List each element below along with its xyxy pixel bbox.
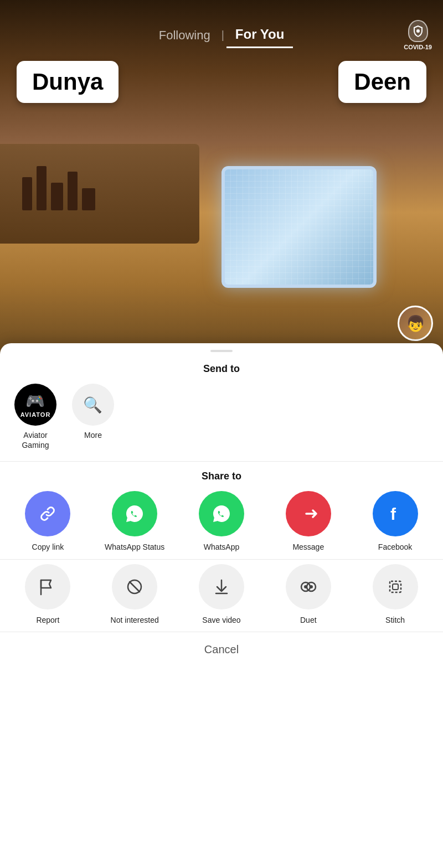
whatsapp-label: WhatsApp — [204, 542, 240, 552]
contact-aviator-gaming[interactable]: 🎮 AVIATOR AviatorGaming — [13, 384, 58, 450]
covid-label: COVID-19 — [404, 44, 432, 50]
svg-rect-12 — [393, 584, 398, 590]
message-icon-circle — [286, 491, 331, 536]
room-item — [37, 166, 47, 210]
action-save-video[interactable]: Save video — [183, 564, 260, 625]
send-to-title: Send to — [0, 356, 443, 379]
drag-handle — [210, 350, 233, 352]
cancel-button[interactable]: Cancel — [204, 643, 239, 655]
svg-point-0 — [416, 29, 420, 33]
action-stitch[interactable]: Stitch — [357, 564, 434, 625]
share-whatsapp[interactable]: WhatsApp — [183, 491, 260, 552]
not-interested-icon-circle — [112, 564, 157, 609]
svg-line-4 — [130, 582, 140, 592]
whatsapp-status-icon-circle — [112, 491, 157, 536]
contact-more[interactable]: 🔍 More — [71, 384, 115, 450]
video-section: Following | For You COVID-19 Dunya Deen … — [0, 0, 443, 354]
gamepad-icon: 🎮 — [25, 392, 45, 410]
share-to-title: Share to — [0, 464, 443, 487]
action-report[interactable]: Report — [9, 564, 86, 625]
share-message[interactable]: Message — [270, 491, 347, 552]
copy-link-icon-circle — [25, 491, 70, 536]
aviator-gaming-avatar: 🎮 AVIATOR — [14, 384, 56, 426]
nav-divider: | — [222, 29, 224, 42]
share-copy-link[interactable]: Copy link — [9, 491, 86, 552]
section-divider-1 — [0, 461, 443, 462]
video-badge-dunya: Dunya — [17, 61, 119, 103]
report-icon-circle — [25, 564, 70, 609]
save-video-label: Save video — [202, 615, 240, 625]
svg-text:f: f — [390, 505, 396, 523]
action-not-interested[interactable]: Not interested — [96, 564, 173, 625]
action-row: Report Not interested Save video — [0, 559, 443, 627]
stitch-label: Stitch — [385, 615, 405, 625]
svg-rect-11 — [390, 581, 401, 592]
whatsapp-status-label: WhatsApp Status — [105, 542, 164, 552]
search-icon: 🔍 — [83, 396, 103, 414]
more-avatar: 🔍 — [72, 384, 114, 426]
action-duet[interactable]: Duet — [270, 564, 347, 625]
creator-avatar[interactable]: 👦 — [398, 306, 433, 341]
aviator-gaming-label: AviatorGaming — [22, 430, 49, 450]
room-item — [68, 172, 78, 210]
nav-for-you[interactable]: For You — [226, 22, 293, 48]
report-label: Report — [36, 615, 59, 625]
save-video-icon-circle — [199, 564, 244, 609]
more-label: More — [84, 430, 102, 440]
copy-link-label: Copy link — [32, 542, 64, 552]
covid-badge[interactable]: COVID-19 — [404, 20, 432, 50]
covid-shield-icon — [408, 20, 428, 42]
share-facebook[interactable]: f Facebook — [357, 491, 434, 552]
stitch-icon-circle — [373, 564, 418, 609]
whatsapp-icon-circle — [199, 491, 244, 536]
cancel-bar: Cancel — [0, 632, 443, 667]
contacts-row: 🎮 AVIATOR AviatorGaming 🔍 More — [0, 379, 443, 459]
room-item — [22, 177, 32, 210]
video-badge-deen: Deen — [338, 61, 426, 103]
not-interested-label: Not interested — [111, 615, 159, 625]
room-box — [222, 166, 377, 288]
aviator-text: AVIATOR — [20, 411, 51, 418]
nav-following[interactable]: Following — [150, 24, 219, 47]
facebook-icon-circle: f — [373, 491, 418, 536]
svg-point-9 — [304, 585, 307, 588]
svg-point-10 — [310, 585, 313, 588]
duet-label: Duet — [300, 615, 317, 625]
duet-icon-circle — [286, 564, 331, 609]
share-whatsapp-status[interactable]: WhatsApp Status — [96, 491, 173, 552]
room-items — [22, 166, 95, 210]
room-item — [51, 183, 63, 210]
room-item — [82, 188, 95, 210]
room-box-inner — [225, 169, 373, 285]
facebook-label: Facebook — [378, 542, 412, 552]
share-row: Copy link WhatsApp Status WhatsApp — [0, 487, 443, 554]
bottom-sheet: Send to 🎮 AVIATOR AviatorGaming 🔍 More S… — [0, 343, 443, 868]
nav-bar: Following | For You — [0, 0, 443, 54]
message-label: Message — [292, 542, 324, 552]
